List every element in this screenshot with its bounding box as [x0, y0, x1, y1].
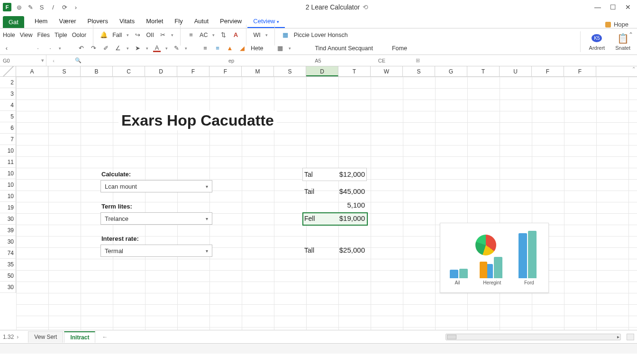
- row-header[interactable]: 3: [0, 88, 16, 100]
- column-header[interactable]: D: [306, 66, 338, 76]
- ribbon-tab[interactable]: Fly: [169, 15, 188, 28]
- row-header[interactable]: 74: [0, 247, 16, 259]
- ribbon-tab[interactable]: Vitats: [114, 15, 140, 28]
- warn-icon[interactable]: ▲: [226, 45, 234, 52]
- cells-area[interactable]: Exars Hop Cacudatte Calculate: Lcan moun…: [16, 77, 637, 330]
- ribbon-tab[interactable]: Autut: [189, 15, 214, 28]
- ribbon-cmd[interactable]: Hole: [3, 32, 15, 38]
- font-color-icon[interactable]: A: [153, 45, 161, 52]
- align-center-icon[interactable]: ≡: [214, 45, 221, 52]
- column-header[interactable]: U: [500, 66, 532, 76]
- ribbon-cmd[interactable]: View: [20, 32, 33, 38]
- brush-icon[interactable]: ✐: [102, 45, 109, 52]
- ribbon-cmd[interactable]: Files: [37, 32, 50, 38]
- scrollbar-thumb[interactable]: [447, 335, 456, 339]
- row-header[interactable]: 30: [0, 213, 16, 225]
- name-box[interactable]: G0 ▾: [0, 55, 46, 66]
- column-header[interactable]: S: [48, 66, 81, 76]
- redo-icon[interactable]: ↷: [90, 45, 97, 52]
- ribbon-big-button[interactable]: K5 Ardrert: [585, 33, 609, 51]
- column-header[interactable]: M: [242, 66, 274, 76]
- dot-icon[interactable]: ·: [34, 45, 42, 52]
- ribbon-cmd[interactable]: Fall: [112, 32, 122, 38]
- column-header[interactable]: F: [177, 66, 209, 76]
- row-header[interactable]: 39: [0, 225, 16, 236]
- column-header[interactable]: S: [274, 66, 306, 76]
- row-header[interactable]: 30: [0, 282, 16, 293]
- column-header[interactable]: A: [16, 66, 48, 76]
- table-icon[interactable]: ▦: [282, 31, 289, 39]
- ribbon-cmd[interactable]: Oolor: [72, 32, 87, 38]
- column-header[interactable]: C: [113, 66, 145, 76]
- column-header[interactable]: T: [338, 66, 371, 76]
- horizontal-scrollbar[interactable]: ▸: [446, 334, 621, 340]
- collapse-ribbon-icon[interactable]: ⌃: [628, 31, 633, 38]
- row-header[interactable]: 6: [0, 122, 16, 134]
- column-header[interactable]: T: [467, 66, 500, 76]
- search-icon[interactable]: 🔍: [75, 57, 82, 64]
- column-header[interactable]: S: [403, 66, 435, 76]
- ribbon-tab[interactable]: Plovers: [82, 15, 114, 28]
- row-header[interactable]: 4: [0, 100, 16, 111]
- ribbon-cmd[interactable]: Hete: [251, 45, 263, 52]
- row-header[interactable]: 5: [0, 111, 16, 122]
- sheet-tab[interactable]: Initract: [64, 331, 95, 343]
- scroll-up-icon[interactable]: ⌃: [631, 66, 636, 77]
- column-header[interactable]: B: [81, 66, 113, 76]
- align-icon[interactable]: ≡: [187, 31, 195, 39]
- ribbon-cmd[interactable]: WI: [253, 32, 260, 38]
- calculate-dropdown[interactable]: Lcan mount▾: [100, 180, 212, 192]
- ribbon-tab[interactable]: Morlet: [140, 15, 169, 28]
- row-header[interactable]: 11: [0, 156, 16, 168]
- column-header[interactable]: F: [532, 66, 564, 76]
- sort-icon[interactable]: ⇅: [219, 31, 227, 39]
- maximize-button[interactable]: ☐: [610, 4, 616, 10]
- undo-icon[interactable]: ↶: [77, 45, 85, 52]
- ribbon-cmd[interactable]: Fome: [392, 45, 407, 52]
- c-icon[interactable]: ↪: [134, 31, 141, 39]
- cut-icon[interactable]: ✂: [159, 31, 166, 39]
- ribbon-cmd[interactable]: OII: [146, 32, 154, 38]
- row-header[interactable]: 10: [0, 191, 16, 202]
- ribbon-cmd[interactable]: Tiple: [55, 32, 67, 38]
- row-header[interactable]: 10: [0, 145, 16, 156]
- column-header[interactable]: W: [371, 66, 403, 76]
- row-header[interactable]: 30: [0, 236, 16, 247]
- column-header[interactable]: D: [145, 66, 177, 76]
- chevron-left-icon[interactable]: ‹: [3, 45, 10, 52]
- chevron-down-icon[interactable]: ▾: [41, 57, 46, 64]
- qat-icon[interactable]: S: [38, 3, 46, 11]
- column-header[interactable]: G: [435, 66, 467, 76]
- font-a-icon[interactable]: A: [232, 31, 239, 39]
- scroll-right-icon[interactable]: ▸: [617, 334, 619, 339]
- chevron-right-icon[interactable]: ›: [17, 334, 18, 340]
- ribbon-tab[interactable]: Perview: [214, 15, 247, 28]
- ribbon-cmd[interactable]: Tind Anount Secquant: [315, 45, 373, 52]
- select-all-corner[interactable]: [0, 66, 16, 76]
- ribbon-tab[interactable]: Værer: [53, 15, 82, 28]
- qat-icon[interactable]: ⟳: [61, 3, 68, 11]
- column-header[interactable]: F: [209, 66, 242, 76]
- row-header[interactable]: 19: [0, 202, 16, 213]
- highlight-icon[interactable]: ✎: [173, 45, 180, 52]
- pin-icon[interactable]: ➤: [134, 45, 141, 52]
- row-header[interactable]: 2: [0, 77, 16, 88]
- ribbon-tab[interactable]: Hem: [29, 15, 53, 28]
- qat-more-icon[interactable]: ›: [72, 3, 80, 11]
- view-mode-button[interactable]: [627, 334, 634, 340]
- row-header[interactable]: 50: [0, 270, 16, 282]
- cancel-icon[interactable]: ‹: [46, 58, 61, 64]
- back-icon[interactable]: ←: [102, 334, 108, 340]
- expand-icon[interactable]: ⊞: [416, 57, 420, 64]
- embedded-chart[interactable]: AilHeregintFord: [440, 223, 549, 293]
- interest-dropdown[interactable]: Termal▾: [100, 245, 212, 257]
- close-button[interactable]: ✕: [625, 4, 631, 10]
- bell-icon[interactable]: 🔔: [100, 31, 108, 39]
- qat-icon[interactable]: ✎: [27, 3, 34, 11]
- ribbon-tab[interactable]: Cetview ▾: [247, 15, 285, 28]
- ribbon-cmd[interactable]: Piccie Lover Honsch: [294, 32, 348, 38]
- align-left-icon[interactable]: ≡: [201, 45, 209, 52]
- minimize-button[interactable]: —: [594, 4, 601, 10]
- hope-label[interactable]: Hope: [614, 21, 628, 28]
- fill-icon[interactable]: ◢: [238, 45, 246, 52]
